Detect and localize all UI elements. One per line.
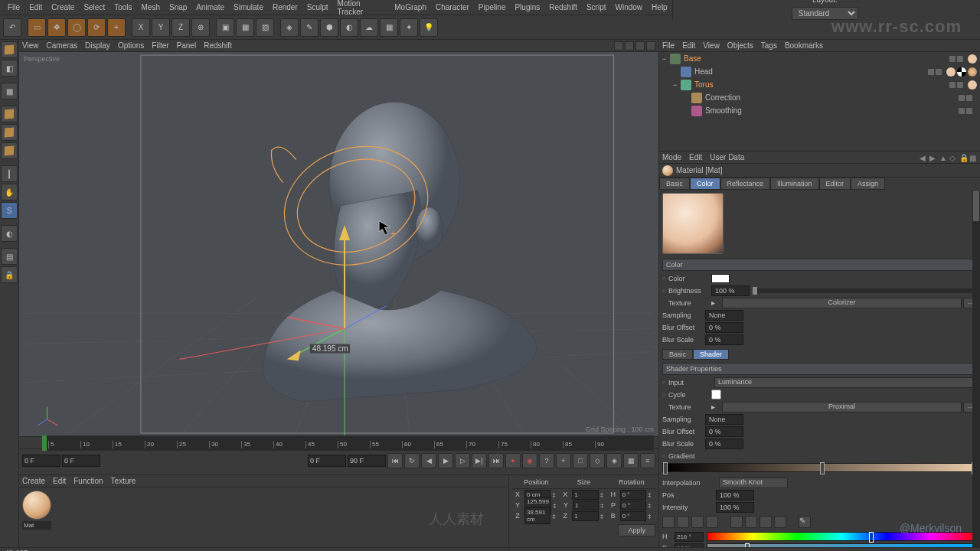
ctool-8[interactable] [774,516,786,528]
menu-script[interactable]: Script [582,3,611,11]
ctool-2[interactable] [677,516,689,528]
lock-x[interactable]: X [132,18,150,37]
mat-create[interactable]: Create [22,477,45,485]
vis-editor[interactable] [949,82,956,88]
vis-render[interactable] [966,108,972,114]
tag-icon[interactable] [968,80,977,90]
pos-value[interactable]: 100 % [716,490,754,500]
tweak-mode[interactable]: ✋ [1,184,18,201]
goto-nextkey[interactable]: ▶| [472,453,487,468]
brightness-slider[interactable] [753,289,974,293]
vp-cameras[interactable]: Cameras [47,41,78,50]
menu-file[interactable]: File [3,3,24,11]
vp-panel[interactable]: Panel [177,41,197,50]
lock-toggle[interactable]: 🔒 [1,266,18,283]
vis-render[interactable] [957,56,963,62]
texture2-arrow-icon[interactable]: ▸ [711,403,719,411]
sampling2-value[interactable]: None [705,414,743,425]
hue-slider[interactable] [707,532,977,541]
menu-sculpt[interactable]: Sculpt [302,3,333,11]
rotate-tool[interactable]: ⟳ [87,18,106,37]
coord-system[interactable]: ⊕ [191,18,210,37]
key-param[interactable]: ◈ [606,453,622,468]
vis-editor[interactable] [959,95,965,101]
vp-display[interactable]: Display [85,41,110,50]
om-file[interactable]: File [662,41,675,50]
menu-window[interactable]: Window [611,3,648,11]
vp-options[interactable]: Options [118,41,144,50]
axis-mode[interactable]: ┃ [1,165,18,182]
attr-layout-icon[interactable]: ▦ [969,154,977,161]
vis-render[interactable] [957,82,963,88]
attr-scrollbar[interactable] [972,190,980,547]
material-thumb[interactable]: Mat [22,491,51,544]
attr-up-icon[interactable]: ▲ [939,154,947,161]
frame-f2[interactable] [348,455,386,467]
tree-row-base[interactable]: − Base [659,52,980,65]
viewport-solo[interactable]: ◐ [1,225,18,242]
polygon-mode[interactable] [1,142,18,159]
goto-prevkey[interactable]: ↻ [404,453,420,468]
om-view[interactable]: View [703,41,720,50]
key-options[interactable]: ? [539,453,554,468]
object-tree[interactable]: − Base Head − Torus Correction Smoothing [659,52,980,152]
om-bookmarks[interactable]: Bookmarks [785,41,823,50]
time-ruler[interactable]: 51015202530354045505560657075808590 [19,437,658,449]
primitive-cube[interactable]: ◈ [280,18,299,37]
menu-plugins[interactable]: Plugins [510,3,544,11]
environment-icon[interactable]: ☁ [360,18,378,37]
render-region[interactable]: ▦ [236,18,254,37]
step-back[interactable]: ◀ [421,453,436,468]
menu-redshift[interactable]: Redshift [544,3,582,11]
rot-H[interactable]: 0 ° [620,490,646,500]
subtab-basic[interactable]: Basic [662,349,693,360]
key-scale[interactable]: □ [573,453,588,468]
menu-simulate[interactable]: Simulate [229,3,268,11]
vp-redshift[interactable]: Redshift [204,41,232,50]
undo-button[interactable]: ↶ [3,18,21,37]
select-tool[interactable]: ▭ [28,18,46,37]
key-more[interactable]: ≡ [640,453,655,468]
record-key[interactable]: ● [505,453,521,468]
render-settings[interactable]: ▨ [256,18,274,37]
attr-userdata[interactable]: User Data [710,153,744,161]
mat-edit[interactable]: Edit [53,477,66,485]
attr-new-icon[interactable]: ◇ [949,154,957,161]
intensity-value[interactable]: 100 % [716,502,754,513]
sampling-value[interactable]: None [705,310,743,321]
menu-motiontracker[interactable]: Motion Tracker [333,0,390,16]
gradient-bar[interactable] [662,463,977,472]
layout-dropdown[interactable]: Standard [792,7,858,20]
subtab-shader[interactable]: Shader [693,349,729,360]
vp-zoom-icon[interactable] [635,41,645,51]
tag-icon[interactable] [957,67,966,77]
bluroffset-value[interactable]: 0 % [705,322,743,333]
tab-illumination[interactable]: Illumination [770,178,819,190]
color-swatch[interactable] [711,274,730,283]
workplane-mode[interactable]: ▦ [1,83,18,99]
vis-render[interactable] [966,95,972,101]
frame-current[interactable] [62,455,100,467]
menu-create[interactable]: Create [47,3,79,11]
tag-icon[interactable] [968,54,977,64]
om-tags[interactable]: Tags [761,41,777,50]
rot-B[interactable]: 0 ° [620,511,646,521]
tab-reflectance[interactable]: Reflectance [720,178,771,190]
light-icon[interactable]: ✦ [400,18,418,37]
model-mode[interactable] [1,41,18,58]
lock-z[interactable]: Z [172,18,190,37]
menu-snap[interactable]: Snap [165,3,191,11]
key-pla[interactable]: ▦ [623,453,639,468]
vis-editor[interactable] [959,108,965,114]
om-objects[interactable]: Objects [727,41,753,50]
om-edit[interactable]: Edit [682,41,695,50]
tab-assign[interactable]: Assign [851,178,885,190]
vis-render[interactable] [936,69,942,75]
pos-Z[interactable]: 38.591 cm [524,507,550,524]
ctool-5[interactable] [730,516,743,528]
render-view[interactable]: ▣ [216,18,234,37]
menu-pipeline[interactable]: Pipeline [474,3,511,11]
blurscale2-value[interactable]: 0 % [705,439,743,449]
ctool-1[interactable] [662,516,675,528]
goto-start[interactable]: ⏮ [387,453,403,468]
